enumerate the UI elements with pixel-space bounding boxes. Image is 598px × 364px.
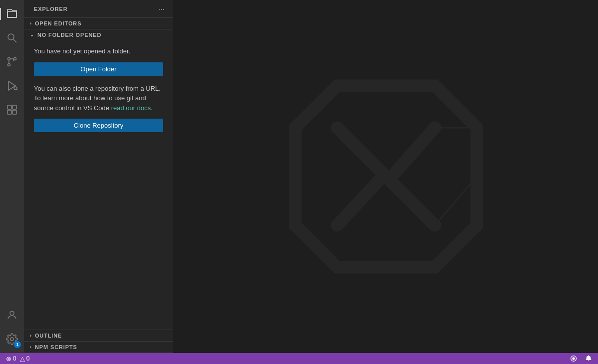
app-container: 1 EXPLORER ··· › OPEN EDITORS ⌄ NO FOLDE… xyxy=(0,0,598,353)
no-folder-chevron: ⌄ xyxy=(30,32,34,37)
activity-bar-search[interactable] xyxy=(0,26,24,50)
settings-badge: 1 xyxy=(14,341,21,348)
open-editors-label: OPEN EDITORS xyxy=(35,20,81,26)
search-icon xyxy=(6,32,18,44)
activity-bar-extensions[interactable] xyxy=(0,98,24,122)
svg-rect-11 xyxy=(7,110,11,114)
svg-point-5 xyxy=(14,58,16,60)
status-errors[interactable]: ⊗ 0 △ 0 xyxy=(4,353,31,364)
outline-section-header[interactable]: › OUTLINE xyxy=(24,330,173,341)
bell-icon xyxy=(585,355,592,362)
svg-line-16 xyxy=(337,177,383,225)
status-bar-right xyxy=(568,353,594,364)
svg-rect-10 xyxy=(12,105,16,109)
no-folder-text: You have not yet opened a folder. xyxy=(34,46,163,56)
svg-point-1 xyxy=(8,34,14,40)
activity-bar: 1 xyxy=(0,0,24,353)
status-notifications[interactable] xyxy=(583,353,594,364)
npm-scripts-section-header[interactable]: › NPM SCRIPTS xyxy=(24,342,173,353)
warning-icon: △ xyxy=(20,355,25,363)
link-suffix: . xyxy=(151,104,153,112)
svg-rect-9 xyxy=(7,105,11,109)
sidebar-header: EXPLORER ··· xyxy=(24,0,173,17)
run-debug-icon xyxy=(6,80,18,92)
sidebar: EXPLORER ··· › OPEN EDITORS ⌄ NO FOLDER … xyxy=(24,0,174,353)
outline-label: OUTLINE xyxy=(35,333,62,339)
open-editors-section-header[interactable]: › OPEN EDITORS xyxy=(24,18,173,29)
svg-line-2 xyxy=(13,39,16,42)
svg-point-14 xyxy=(10,338,13,341)
svg-rect-0 xyxy=(7,11,16,17)
extensions-icon xyxy=(6,104,18,116)
activity-bar-account[interactable] xyxy=(0,303,24,327)
npm-scripts-chevron: › xyxy=(30,345,32,350)
activity-bar-source-control[interactable] xyxy=(0,50,24,74)
error-count: 0 xyxy=(13,355,16,362)
activity-bar-run-debug[interactable] xyxy=(0,74,24,98)
sidebar-more-actions-button[interactable]: ··· xyxy=(156,3,167,14)
no-folder-section-header[interactable]: ⌄ NO FOLDER OPENED xyxy=(24,29,173,40)
status-remote[interactable] xyxy=(568,353,579,364)
sidebar-bottom: › OUTLINE › NPM SCRIPTS xyxy=(24,330,173,353)
npm-scripts-label: NPM SCRIPTS xyxy=(35,344,77,350)
status-bar-left: ⊗ 0 △ 0 xyxy=(4,353,31,364)
svg-point-7 xyxy=(14,87,17,90)
outline-chevron: › xyxy=(30,333,32,338)
svg-point-3 xyxy=(8,58,10,60)
no-folder-label: NO FOLDER OPENED xyxy=(37,32,101,38)
clone-repository-button[interactable]: Clone Repository xyxy=(34,119,163,132)
svg-point-4 xyxy=(8,64,10,66)
open-editors-chevron: › xyxy=(30,21,32,26)
no-folder-content: You have not yet opened a folder. Open F… xyxy=(24,40,173,138)
activity-bar-settings[interactable]: 1 xyxy=(0,327,24,351)
activity-bar-explorer[interactable] xyxy=(0,2,24,26)
explorer-icon xyxy=(6,8,18,20)
warning-count: 0 xyxy=(26,355,30,362)
vscode-logo-watermark xyxy=(281,72,491,281)
error-icon: ⊗ xyxy=(6,355,11,363)
open-folder-button[interactable]: Open Folder xyxy=(34,62,163,76)
remote-icon xyxy=(570,355,577,362)
source-control-icon xyxy=(6,56,18,68)
read-docs-link[interactable]: read our docs xyxy=(111,104,151,112)
svg-line-8 xyxy=(17,90,18,91)
clone-description-text: You can also clone a repository from a U… xyxy=(34,84,163,113)
main-content xyxy=(174,0,598,353)
account-icon xyxy=(6,309,18,321)
svg-rect-12 xyxy=(12,110,16,114)
sidebar-title: EXPLORER xyxy=(34,6,68,12)
status-bar: ⊗ 0 △ 0 xyxy=(0,353,598,364)
svg-point-13 xyxy=(10,311,14,315)
sidebar-header-actions: ··· xyxy=(156,3,167,14)
